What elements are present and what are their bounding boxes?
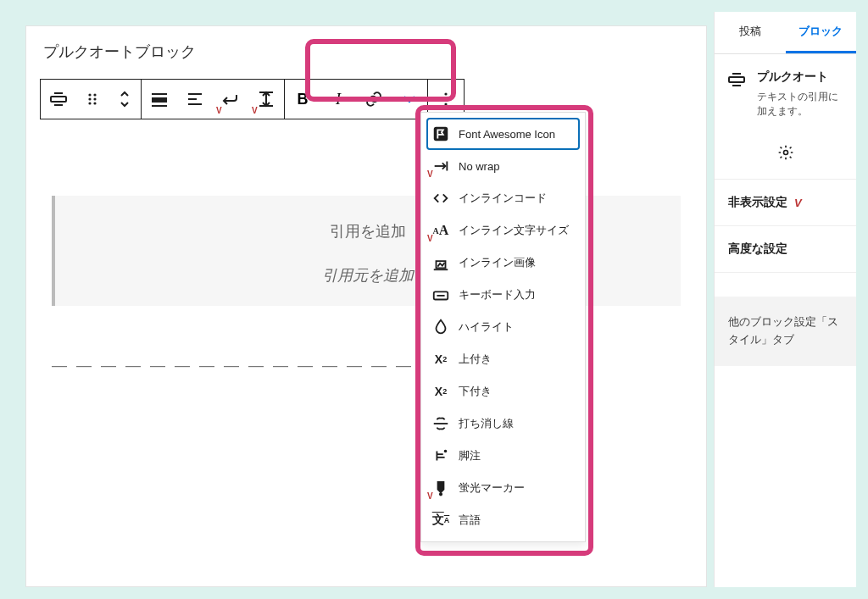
move-icon — [114, 89, 135, 109]
tab-post[interactable]: 投稿 — [715, 12, 786, 53]
tab-block[interactable]: ブロック — [786, 12, 857, 53]
sidebar-styles-tab-button[interactable] — [715, 127, 856, 180]
vk-badge-icon: V — [252, 106, 258, 115]
drag-icon — [82, 89, 103, 109]
svg-point-5 — [88, 97, 91, 100]
sidebar-block-title: プルクオート — [757, 69, 844, 85]
sidebar-section-hidden[interactable]: 非表示設定 V — [715, 180, 856, 226]
sidebar-section-advanced[interactable]: 高度な設定 — [715, 226, 856, 273]
svg-rect-0 — [51, 97, 66, 102]
vk-badge-icon: V — [794, 197, 802, 209]
pullquote-icon — [726, 69, 747, 90]
align-left-button[interactable] — [177, 80, 213, 119]
sidebar-block-desc: テキストの引用に加えます。 — [757, 90, 844, 119]
vk-option-2-button[interactable]: V — [248, 80, 284, 119]
annotation-highlight-menu — [415, 105, 593, 556]
pullquote-icon — [48, 89, 69, 109]
settings-sidebar: 投稿 ブロック プルクオート テキストの引用に加えます。 非表示設定 V 高度な… — [714, 12, 856, 587]
drag-handle-button[interactable] — [76, 80, 108, 119]
vertical-arrows-icon — [256, 89, 276, 109]
svg-rect-10 — [152, 97, 167, 103]
sidebar-block-header: プルクオート テキストの引用に加えます。 — [715, 54, 856, 127]
svg-point-8 — [93, 102, 96, 104]
vk-option-1-button[interactable]: V — [213, 80, 248, 119]
align-button[interactable] — [41, 80, 76, 119]
toolbar-group-block — [40, 79, 142, 119]
svg-point-7 — [88, 102, 91, 104]
return-icon — [220, 89, 241, 109]
align-full-icon — [149, 89, 170, 109]
vk-badge-icon: V — [216, 106, 222, 115]
annotation-highlight-toolbar — [305, 39, 456, 102]
align-full-button[interactable] — [142, 80, 177, 119]
move-arrows-button[interactable] — [108, 80, 141, 119]
svg-point-3 — [88, 93, 91, 96]
gear-icon — [777, 144, 794, 161]
section-label: 高度な設定 — [728, 241, 787, 257]
section-label: 非表示設定 — [728, 195, 787, 210]
toolbar-group-style: V V — [141, 79, 285, 119]
svg-point-6 — [93, 97, 96, 100]
svg-point-37 — [783, 151, 787, 155]
editor-canvas: プルクオートブロック — [25, 25, 707, 587]
align-left-icon — [185, 89, 205, 109]
svg-rect-34 — [729, 77, 744, 82]
sidebar-tabs: 投稿 ブロック — [715, 12, 856, 54]
svg-point-4 — [93, 93, 96, 96]
sidebar-notice: 他のブロック設定「スタイル」タブ — [715, 297, 856, 366]
